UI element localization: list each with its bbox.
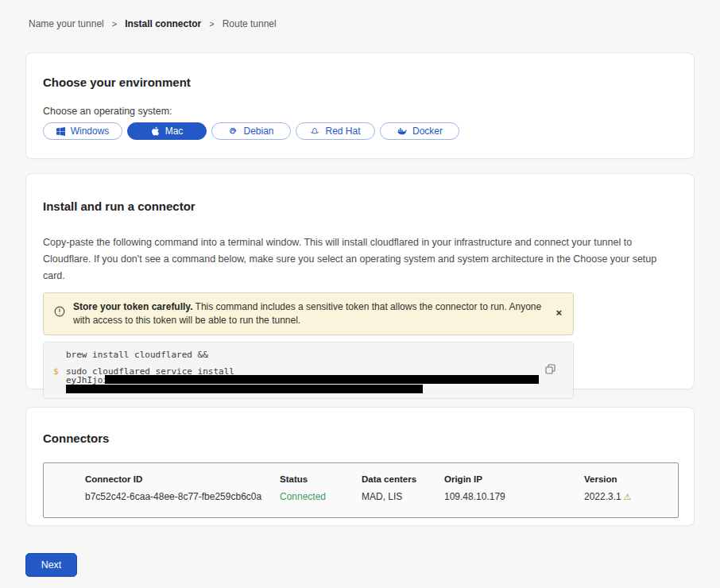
connectors-card-title: Connectors <box>43 431 677 445</box>
install-description: Copy-paste the following command into a … <box>43 234 677 284</box>
version-value: 2022.3.1⚠ <box>584 491 678 502</box>
warning-message: Store your token carefully. This command… <box>73 300 544 327</box>
table-row: b7c52c42-6caa-48ee-8c77-fbe259cb6c0a Con… <box>85 491 678 502</box>
debian-icon <box>228 126 238 136</box>
redacted-token-bar <box>105 375 539 384</box>
alert-circle-icon <box>54 306 65 320</box>
install-command-code-block: brew install cloudflared && $ sudo cloud… <box>43 342 574 399</box>
copy-icon[interactable] <box>545 364 555 377</box>
connectors-card: Connectors Connector ID Status Data cent… <box>25 407 695 526</box>
os-button-label: Mac <box>165 126 184 137</box>
col-header-data-centers: Data centers <box>362 474 444 484</box>
warning-message-bold: Store your token carefully. <box>73 301 193 312</box>
token-warning-banner: Store your token carefully. This command… <box>43 292 574 335</box>
os-button-label: Red Hat <box>325 126 360 137</box>
breadcrumb: Name your tunnel > Install connector > R… <box>29 18 277 29</box>
status-badge: Connected <box>280 491 362 502</box>
os-button-redhat[interactable]: Red Hat <box>296 122 375 140</box>
breadcrumb-install-connector[interactable]: Install connector <box>125 18 201 29</box>
os-button-label: Docker <box>412 126 443 137</box>
os-button-debian[interactable]: Debian <box>211 122 291 140</box>
col-header-version: Version <box>584 474 678 484</box>
connectors-table: Connector ID Status Data centers Origin … <box>43 462 679 518</box>
windows-icon <box>56 127 65 136</box>
connector-id-value: b7c52c42-6caa-48ee-8c77-fbe259cb6c0a <box>85 491 280 502</box>
os-button-label: Windows <box>71 126 110 137</box>
code-line-brew: brew install cloudflared && <box>66 350 208 360</box>
os-button-label: Debian <box>243 126 273 137</box>
breadcrumb-route-tunnel[interactable]: Route tunnel <box>223 18 277 29</box>
shell-prompt: $ <box>53 366 59 377</box>
choose-environment-card: Choose your environment Choose an operat… <box>25 52 695 159</box>
breadcrumb-name-your-tunnel[interactable]: Name your tunnel <box>29 18 104 29</box>
tunnel-setup-page: Name your tunnel > Install connector > R… <box>0 0 720 588</box>
install-card-title: Install and run a connector <box>43 199 677 213</box>
redhat-icon <box>310 126 319 136</box>
os-button-windows[interactable]: Windows <box>43 122 122 140</box>
breadcrumb-separator: > <box>112 19 117 29</box>
environment-card-title: Choose your environment <box>43 75 677 89</box>
apple-icon <box>151 126 160 136</box>
next-button[interactable]: Next <box>25 553 77 577</box>
close-icon[interactable]: × <box>555 308 562 318</box>
col-header-origin-ip: Origin IP <box>444 474 584 484</box>
os-button-group: Windows Mac Debian Red Hat <box>43 122 677 140</box>
version-number: 2022.3.1 <box>584 491 621 502</box>
docker-icon <box>397 127 407 136</box>
origin-ip-value: 109.48.10.179 <box>444 491 584 502</box>
breadcrumb-separator: > <box>209 19 214 29</box>
data-centers-value: MAD, LIS <box>362 491 444 502</box>
col-header-connector-id: Connector ID <box>85 474 280 484</box>
connectors-table-header-row: Connector ID Status Data centers Origin … <box>85 474 678 484</box>
os-select-label: Choose an operating system: <box>43 106 677 117</box>
os-button-mac[interactable]: Mac <box>127 122 207 140</box>
os-button-docker[interactable]: Docker <box>380 122 459 140</box>
install-connector-card: Install and run a connector Copy-paste t… <box>25 173 695 389</box>
warning-triangle-icon: ⚠ <box>624 492 632 502</box>
redacted-token-bar <box>66 385 423 393</box>
col-header-status: Status <box>280 474 362 484</box>
